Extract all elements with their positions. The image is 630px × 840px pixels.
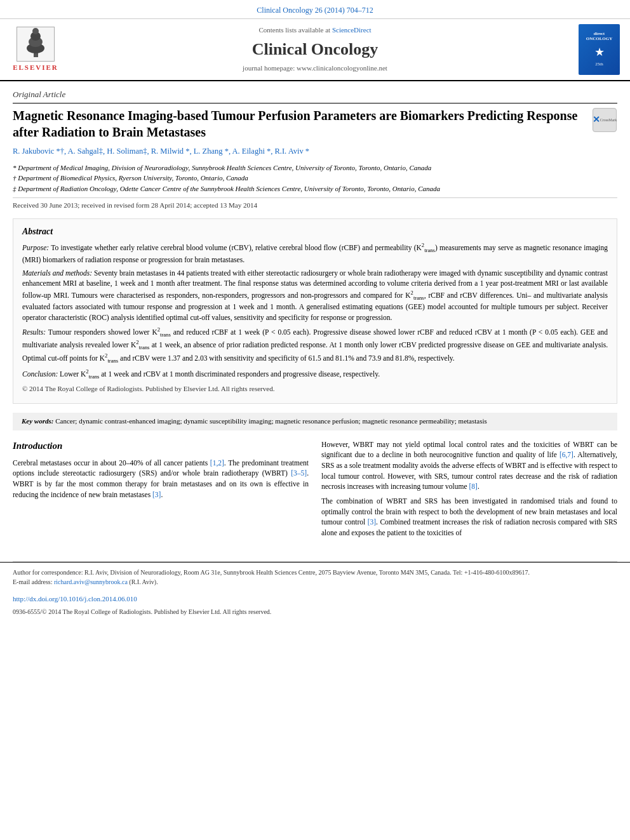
elsevier-wordmark: ELSEVIER <box>13 63 58 72</box>
introduction-title: Introduction <box>13 439 309 453</box>
elsevier-tree-image <box>17 27 55 62</box>
ref-3-5[interactable]: [3–5] <box>291 469 307 477</box>
affiliation-double-dagger: ‡ Department of Radiation Oncology, Odet… <box>13 183 617 194</box>
abstract-methods-label: Materials and methods: <box>22 269 92 277</box>
doi-line: http://dx.doi.org/10.1016/j.clon.2014.06… <box>0 592 630 606</box>
article-content: Original Article Magnetic Resonance Imag… <box>0 81 630 561</box>
journal-title: Clinical Oncology <box>61 38 569 61</box>
abstract-methods-text: Seventy brain metastases in 44 patients … <box>22 269 608 322</box>
page: Clinical Oncology 26 (2014) 704–712 <box>0 0 630 622</box>
contents-available-line: Contents lists available at ScienceDirec… <box>61 25 569 35</box>
sciencedirect-link[interactable]: ScienceDirect <box>332 26 372 34</box>
article-type: Original Article <box>13 89 617 103</box>
svg-point-4 <box>32 28 39 34</box>
intro-right-paragraph-1: However, WBRT may not yield optimal loca… <box>321 439 617 492</box>
introduction-two-col: Introduction Cerebral metastases occur i… <box>13 439 617 542</box>
abstract-conclusion-label: Conclusion: <box>22 370 58 378</box>
badge-star-icon: ★ <box>594 44 605 60</box>
footer-copyright: 0936-6555/© 2014 The Royal College of Ra… <box>0 606 630 622</box>
abstract-results-text: Tumour responders showed lower K2trans a… <box>22 328 608 362</box>
ref-8[interactable]: [8] <box>469 483 478 490</box>
affiliation-star: * Department of Medical Imaging, Divisio… <box>13 163 617 173</box>
journal-homepage: journal homepage: www.clinicaloncologyon… <box>61 63 569 73</box>
abstract-purpose: Purpose: To investigate whether early re… <box>22 241 608 265</box>
doi-link[interactable]: http://dx.doi.org/10.1016/j.clon.2014.06… <box>13 595 137 603</box>
abstract-purpose-text: To investigate whether early relative ce… <box>22 244 608 263</box>
direct-oncology-badge: direct ONCOLOGY ★ 25th <box>579 24 620 75</box>
email-label: E-mail address: <box>13 578 52 585</box>
ref-1-2[interactable]: [1,2] <box>210 459 224 467</box>
keywords-label: Key words: <box>22 417 53 425</box>
crossmark-label: CrossMark <box>600 117 617 123</box>
affiliation-1-text: Department of Medical Imaging, Division … <box>18 164 431 171</box>
abstract-title: Abstract <box>22 225 608 238</box>
email-line: E-mail address: richard.aviv@sunnybrook.… <box>13 577 617 587</box>
authors-text: R. Jakubovic *†, A. Sahgal‡, H. Soliman‡… <box>13 147 309 156</box>
abstract-purpose-label: Purpose: <box>22 244 49 251</box>
introduction-left-col: Introduction Cerebral metastases occur i… <box>13 439 309 542</box>
introduction-right-text: However, WBRT may not yield optimal loca… <box>321 439 617 538</box>
intro-left-paragraph: Cerebral metastases occur in about 20–40… <box>13 458 309 500</box>
email-name: (R.I. Aviv). <box>129 578 158 585</box>
affiliation-2-text: Department of Biomedical Physics, Ryerso… <box>18 174 248 182</box>
abstract-copyright: © 2014 The Royal College of Radiologists… <box>22 384 608 394</box>
journal-reference: Clinical Oncology 26 (2014) 704–712 <box>257 6 373 15</box>
crossmark-container: ✕ CrossMark <box>592 107 617 133</box>
keywords-section: Key words: Cancer; dynamic contrast-enha… <box>13 413 617 430</box>
correspondence-line: Author for correspondence: R.I. Aviv, Di… <box>13 568 617 577</box>
abstract-results-label: Results: <box>22 328 46 336</box>
abstract-text: Purpose: To investigate whether early re… <box>22 241 608 394</box>
affiliations: * Department of Medical Imaging, Divisio… <box>13 163 617 194</box>
crossmark-badge[interactable]: ✕ CrossMark <box>593 108 617 132</box>
ref-3[interactable]: [3] <box>152 491 161 498</box>
elsevier-logo-container: ELSEVIER <box>10 27 61 72</box>
abstract-methods: Materials and methods: Seventy brain met… <box>22 268 608 323</box>
introduction-right-col: However, WBRT may not yield optimal loca… <box>321 439 617 542</box>
keywords-text: Cancer; dynamic contrast-enhanced imagin… <box>55 417 487 425</box>
affiliation-dagger: † Department of Biomedical Physics, Ryer… <box>13 173 617 183</box>
badge-number: 25th <box>595 62 603 68</box>
article-title-section: Magnetic Resonance Imaging-based Tumour … <box>13 107 617 140</box>
received-line: Received 30 June 2013; received in revis… <box>13 197 617 210</box>
abstract-conclusion-text: Lower K2trans at 1 week and rCBV at 1 mo… <box>60 370 380 378</box>
intro-right-paragraph-2: The combination of WBRT and SRS has been… <box>321 496 617 538</box>
affiliation-3-text: Department of Radiation Oncology, Odette… <box>18 185 440 192</box>
introduction-left-text: Cerebral metastases occur in about 20–40… <box>13 458 309 500</box>
abstract-section: Abstract Purpose: To investigate whether… <box>13 218 617 404</box>
ref-6-7[interactable]: [6,7] <box>560 451 573 458</box>
abstract-conclusion: Conclusion: Lower K2trans at 1 week and … <box>22 368 608 381</box>
ref-3-inline[interactable]: [3] <box>368 518 376 526</box>
footer-notes: Author for correspondence: R.I. Aviv, Di… <box>0 562 630 592</box>
abstract-results: Results: Tumour responders showed lower … <box>22 326 608 365</box>
article-title: Magnetic Resonance Imaging-based Tumour … <box>13 107 584 140</box>
badge-label: direct ONCOLOGY <box>581 31 617 42</box>
journal-reference-bar: Clinical Oncology 26 (2014) 704–712 <box>0 0 630 19</box>
journal-logo-right: direct ONCOLOGY ★ 25th <box>569 24 620 75</box>
journal-header: ELSEVIER Contents lists available at Sci… <box>0 19 630 81</box>
email-address[interactable]: richard.aviv@sunnybrook.ca <box>54 578 128 585</box>
journal-center: Contents lists available at ScienceDirec… <box>61 25 569 73</box>
authors-line: R. Jakubovic *†, A. Sahgal‡, H. Soliman‡… <box>13 145 617 157</box>
